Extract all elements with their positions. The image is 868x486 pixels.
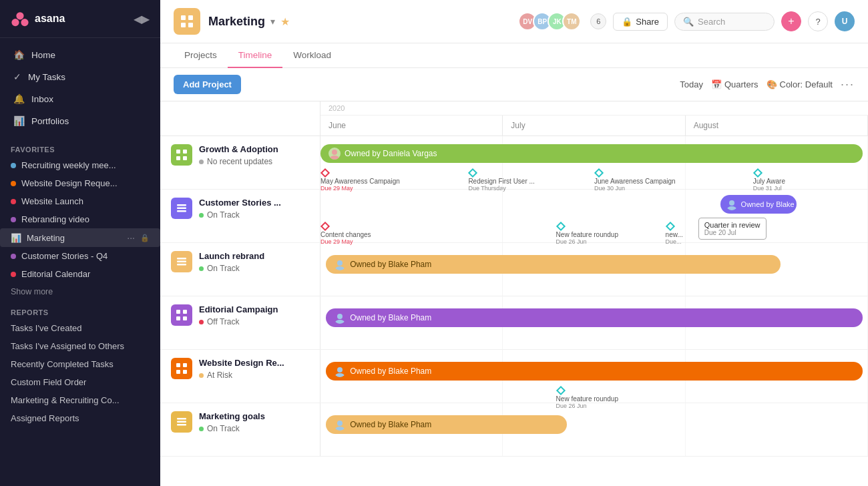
avatar-count[interactable]: 6 [590, 13, 606, 29]
asana-logo[interactable]: asana [11, 9, 65, 28]
sidebar-fav-recruiting[interactable]: Recruiting weekly mee... [0, 156, 160, 174]
bar-avatar [334, 365, 346, 377]
title-chevron-icon[interactable]: ▾ [270, 16, 275, 27]
growth-bar[interactable]: Owned by Daniela Vargas [320, 144, 863, 163]
project-title: Marketing [208, 15, 265, 29]
milestone-diamond [320, 168, 330, 178]
svg-rect-7 [176, 150, 180, 154]
launch-name: Launch rebrand [199, 251, 309, 261]
row-marketing-goals: Marketing goals On Track [160, 403, 868, 457]
quarters-button[interactable]: 📅 Quarters [711, 79, 758, 89]
svg-rect-24 [183, 310, 187, 314]
dot-icon [11, 181, 16, 186]
status-dot-red [199, 320, 204, 324]
milestone-diamond [468, 168, 477, 178]
favorite-star-icon[interactable]: ★ [280, 15, 290, 28]
editorial-icon [171, 304, 192, 326]
milestone-label: Content changes [320, 231, 371, 238]
timeline-header: 2020 June July August [160, 101, 868, 136]
show-more-button[interactable]: Show more [0, 283, 160, 300]
sidebar-collapse-button[interactable]: ◀▶ [134, 13, 150, 25]
tab-timeline[interactable]: Timeline [228, 43, 283, 68]
svg-rect-14 [177, 208, 186, 210]
sidebar-fav-website-design[interactable]: Website Design Reque... [0, 174, 160, 192]
editorial-bar[interactable]: Owned by Blake Pham [326, 308, 863, 327]
month-june: June [320, 115, 503, 136]
svg-rect-26 [183, 316, 187, 320]
marketing-bar[interactable]: Owned by Blake Pham [326, 415, 567, 434]
timeline-months-header: 2020 June July August [320, 101, 868, 136]
calendar-icon: 📅 [711, 79, 722, 89]
palette-icon: 🎨 [767, 79, 777, 89]
svg-rect-8 [183, 150, 187, 154]
tab-workload[interactable]: Workload [282, 43, 342, 68]
sidebar-item-home[interactable]: 🏠 Home [3, 44, 158, 65]
sidebar-item-portfolios[interactable]: 📊 Portfolios [3, 110, 158, 132]
svg-rect-6 [188, 23, 193, 27]
svg-point-22 [335, 266, 345, 270]
svg-point-0 [16, 12, 23, 19]
fav-label-recruiting: Recruiting weekly mee... [21, 160, 116, 170]
add-button[interactable]: + [781, 11, 801, 31]
project-tabs: Projects Timeline Workload [160, 43, 868, 68]
svg-point-39 [335, 427, 345, 431]
user-avatar[interactable]: U [835, 11, 855, 31]
share-button[interactable]: 🔒 Share [613, 13, 668, 31]
svg-rect-35 [177, 418, 186, 420]
svg-point-21 [337, 260, 343, 266]
milestone-diamond [320, 222, 330, 231]
svg-rect-32 [183, 370, 187, 374]
launch-status: On Track [199, 264, 309, 273]
sidebar-report-custom-field[interactable]: Custom Field Order [0, 373, 160, 391]
sidebar-item-inbox[interactable]: 🔔 Inbox [3, 88, 158, 109]
sidebar-report-recently-completed[interactable]: Recently Completed Tasks [0, 355, 160, 373]
svg-rect-31 [176, 370, 180, 374]
row-right-editorial: Owned by Blake Pham [320, 296, 868, 349]
website-bar[interactable]: Owned by Blake Pham [326, 362, 863, 381]
bar-container-editorial: Owned by Blake Pham [320, 296, 868, 349]
asana-logo-text: asana [35, 13, 65, 25]
sidebar-report-tasks-created[interactable]: Tasks I've Created [0, 319, 160, 337]
website-status-label: At Risk [207, 371, 232, 380]
color-button[interactable]: 🎨 Color: Default [767, 79, 833, 89]
launch-bar[interactable]: Owned by Blake Pham [326, 255, 781, 274]
help-button[interactable]: ? [808, 11, 828, 31]
svg-rect-4 [188, 15, 193, 20]
svg-rect-36 [177, 421, 186, 423]
sidebar-report-assigned[interactable]: Assigned Reports [0, 409, 160, 427]
check-icon: ✓ [13, 71, 21, 82]
fav-label-editorial: Editorial Calendar [21, 269, 90, 279]
growth-name: Growth & Adoption [199, 144, 309, 154]
website-name: Website Design Re... [199, 358, 309, 368]
today-button[interactable]: Today [680, 79, 703, 89]
sidebar-report-assigned-others[interactable]: Tasks I've Assigned to Others [0, 337, 160, 355]
sidebar-nav-label-inbox: Inbox [31, 94, 53, 104]
toolbar-right: Today 📅 Quarters 🎨 Color: Default ··· [680, 77, 855, 91]
sidebar-fav-website-launch[interactable]: Website Launch [0, 192, 160, 210]
sidebar-report-marketing-recruiting[interactable]: Marketing & Recruiting Co... [0, 391, 160, 409]
milestone-label: Redesign First User ... [468, 178, 534, 185]
sidebar-fav-customer-stories[interactable]: Customer Stories - Q4 [0, 247, 160, 265]
website-info: Website Design Re... At Risk [199, 358, 309, 380]
more-options-icon[interactable]: ··· [127, 232, 135, 243]
row-customer-stories: Customer Stories ... On Track [160, 190, 868, 243]
sidebar-fav-rebranding[interactable]: Rebranding video [0, 210, 160, 228]
quarter-review-box: Quarter in review Due 20 Jul [698, 218, 767, 240]
launch-icon [171, 251, 192, 272]
svg-rect-13 [177, 204, 186, 206]
fav-label-marketing: Marketing [27, 233, 65, 243]
row-right-growth: Owned by Daniela Vargas May Awareness Ca… [320, 136, 868, 189]
customer-bar[interactable]: Owned by Blake Pham Due 22 Jul [720, 195, 797, 214]
sidebar-item-my-tasks[interactable]: ✓ My Tasks [3, 66, 158, 87]
add-project-button[interactable]: Add Project [174, 75, 241, 94]
more-options-button[interactable]: ··· [841, 77, 855, 91]
sidebar-fav-editorial[interactable]: Editorial Calendar [0, 265, 160, 283]
svg-rect-37 [177, 424, 186, 426]
svg-point-34 [335, 373, 345, 377]
search-box[interactable]: 🔍 Search [674, 13, 775, 31]
sidebar-fav-marketing[interactable]: 📊 Marketing ··· 🔒 [0, 228, 160, 247]
status-dot-green [199, 427, 204, 431]
tab-projects[interactable]: Projects [174, 43, 228, 68]
bar-container-customer: Owned by Blake Pham Due 22 Jul Content c… [320, 190, 868, 242]
marketing-info: Marketing goals On Track [199, 411, 309, 433]
